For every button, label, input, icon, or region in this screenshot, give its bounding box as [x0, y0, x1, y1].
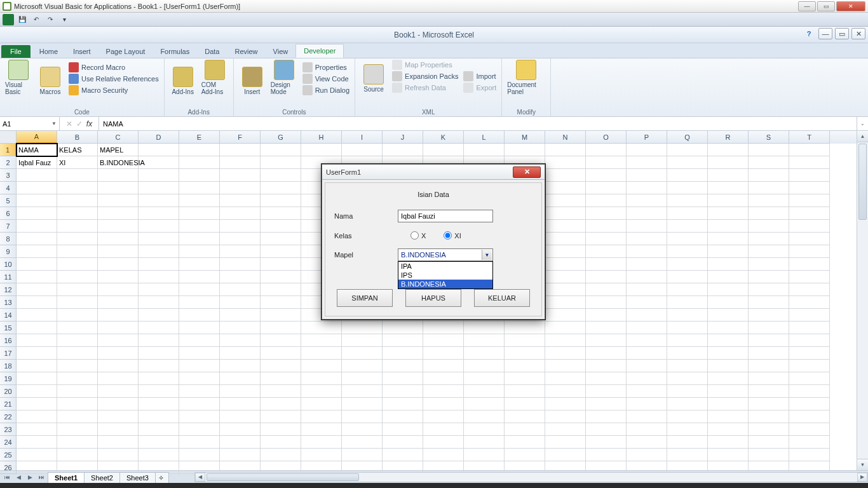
- cell-Q12[interactable]: [667, 283, 708, 296]
- cell-F17[interactable]: [220, 347, 261, 360]
- qat-customize-icon[interactable]: ▾: [58, 14, 70, 25]
- cell-C24[interactable]: [98, 436, 139, 449]
- cell-T4[interactable]: [789, 182, 830, 194]
- cell-A3[interactable]: [17, 169, 57, 182]
- cell-S2[interactable]: [749, 156, 789, 169]
- cell-F23[interactable]: [220, 423, 261, 436]
- cell-O8[interactable]: [586, 233, 627, 245]
- cell-L19[interactable]: [464, 372, 505, 385]
- cell-K19[interactable]: [423, 372, 464, 385]
- cell-I18[interactable]: [342, 360, 383, 372]
- cell-O14[interactable]: [586, 309, 627, 322]
- cell-A12[interactable]: [17, 283, 57, 296]
- row-header-5[interactable]: 5: [0, 194, 17, 207]
- cell-D24[interactable]: [139, 436, 179, 449]
- cell-F25[interactable]: [220, 449, 261, 461]
- cell-R21[interactable]: [708, 398, 749, 410]
- cell-H24[interactable]: [301, 436, 342, 449]
- cell-T9[interactable]: [789, 245, 830, 258]
- cell-L16[interactable]: [464, 334, 505, 347]
- column-header-K[interactable]: K: [423, 131, 464, 144]
- cell-F22[interactable]: [220, 410, 261, 423]
- cell-F5[interactable]: [220, 194, 261, 207]
- cell-B13[interactable]: [57, 296, 98, 309]
- properties-button[interactable]: Properties: [302, 62, 349, 72]
- cell-N11[interactable]: [545, 271, 586, 283]
- com-addins-button[interactable]: COM Add-Ins: [201, 60, 228, 95]
- cell-H18[interactable]: [301, 360, 342, 372]
- sheet-tab-new[interactable]: ✧: [155, 472, 169, 484]
- cell-N19[interactable]: [545, 372, 586, 385]
- cell-O9[interactable]: [586, 245, 627, 258]
- cell-E25[interactable]: [179, 449, 220, 461]
- cell-I20[interactable]: [342, 385, 383, 398]
- cell-D2[interactable]: [139, 156, 179, 169]
- cell-S16[interactable]: [749, 334, 789, 347]
- cell-D6[interactable]: [139, 207, 179, 220]
- cell-P13[interactable]: [627, 296, 667, 309]
- cell-R13[interactable]: [708, 296, 749, 309]
- row-header-25[interactable]: 25: [0, 449, 17, 461]
- tab-developer[interactable]: Developer: [295, 44, 344, 58]
- cell-N25[interactable]: [545, 449, 586, 461]
- cell-M15[interactable]: [505, 322, 545, 334]
- cell-R18[interactable]: [708, 360, 749, 372]
- excel-minimize-button[interactable]: —: [818, 28, 832, 39]
- cell-G8[interactable]: [261, 233, 301, 245]
- cell-B11[interactable]: [57, 271, 98, 283]
- cell-F15[interactable]: [220, 322, 261, 334]
- cell-H23[interactable]: [301, 423, 342, 436]
- cell-K20[interactable]: [423, 385, 464, 398]
- cell-L15[interactable]: [464, 322, 505, 334]
- cell-R11[interactable]: [708, 271, 749, 283]
- cell-O4[interactable]: [586, 182, 627, 194]
- cell-T12[interactable]: [789, 283, 830, 296]
- cell-I23[interactable]: [342, 423, 383, 436]
- cell-C11[interactable]: [98, 271, 139, 283]
- cell-I1[interactable]: [342, 144, 383, 156]
- cell-F2[interactable]: [220, 156, 261, 169]
- cell-T25[interactable]: [789, 449, 830, 461]
- cell-B25[interactable]: [57, 449, 98, 461]
- cell-B20[interactable]: [57, 385, 98, 398]
- expand-formula-bar[interactable]: ⌄: [857, 117, 868, 130]
- cell-D13[interactable]: [139, 296, 179, 309]
- insert-control-button[interactable]: Insert: [239, 67, 266, 95]
- cell-N12[interactable]: [545, 283, 586, 296]
- cell-H1[interactable]: [301, 144, 342, 156]
- cell-T1[interactable]: [789, 144, 830, 156]
- cell-C18[interactable]: [98, 360, 139, 372]
- cell-N17[interactable]: [545, 347, 586, 360]
- cell-G22[interactable]: [261, 410, 301, 423]
- kelas-radio-x[interactable]: X: [410, 231, 426, 240]
- cell-K22[interactable]: [423, 410, 464, 423]
- column-header-E[interactable]: E: [179, 131, 220, 144]
- cell-F18[interactable]: [220, 360, 261, 372]
- column-header-O[interactable]: O: [586, 131, 627, 144]
- cell-L23[interactable]: [464, 423, 505, 436]
- cell-S12[interactable]: [749, 283, 789, 296]
- cell-S7[interactable]: [749, 220, 789, 233]
- cell-S25[interactable]: [749, 449, 789, 461]
- cell-B7[interactable]: [57, 220, 98, 233]
- cell-I25[interactable]: [342, 449, 383, 461]
- cell-C21[interactable]: [98, 398, 139, 410]
- cell-Q6[interactable]: [667, 207, 708, 220]
- cell-A2[interactable]: Iqbal Fauz: [17, 156, 57, 169]
- column-header-T[interactable]: T: [789, 131, 830, 144]
- macros-button[interactable]: Macros: [37, 67, 64, 95]
- cell-G5[interactable]: [261, 194, 301, 207]
- cell-T11[interactable]: [789, 271, 830, 283]
- mapel-option-bindonesia[interactable]: B.INDONESIA: [398, 280, 492, 288]
- cell-C12[interactable]: [98, 283, 139, 296]
- cell-G15[interactable]: [261, 322, 301, 334]
- column-header-P[interactable]: P: [627, 131, 667, 144]
- cell-I19[interactable]: [342, 372, 383, 385]
- cell-T23[interactable]: [789, 423, 830, 436]
- cell-F21[interactable]: [220, 398, 261, 410]
- simpan-button[interactable]: SIMPAN: [337, 289, 393, 307]
- cell-N8[interactable]: [545, 233, 586, 245]
- cell-G21[interactable]: [261, 398, 301, 410]
- cell-M22[interactable]: [505, 410, 545, 423]
- cell-C2[interactable]: B.INDONESIA: [98, 156, 139, 169]
